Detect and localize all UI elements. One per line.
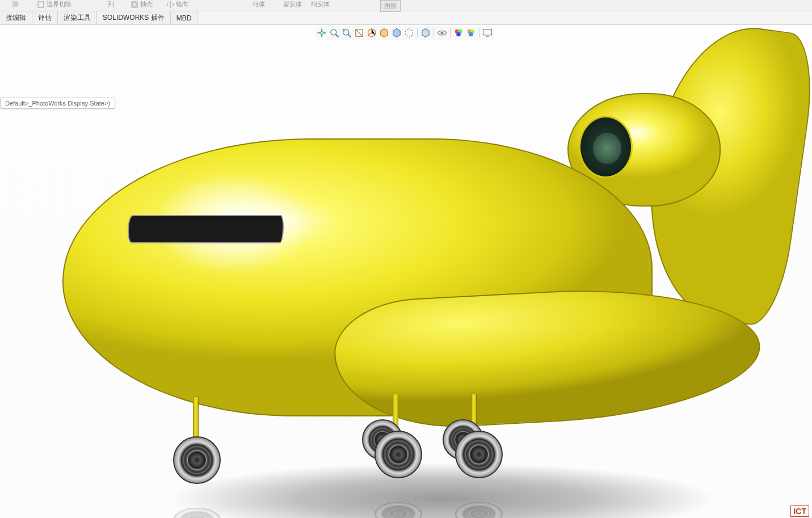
- ribbon-label: 边界切除: [47, 0, 71, 9]
- svg-rect-2: [133, 3, 136, 6]
- ribbon-keep-body[interactable]: 留实体: [283, 0, 302, 9]
- graphics-viewport[interactable]: [0, 25, 812, 518]
- boundary-cut-icon: [37, 1, 45, 9]
- toolbar-separator: [450, 28, 451, 37]
- ribbon-shell[interactable]: 抽壳: [131, 0, 153, 9]
- tab-solidworks-addins[interactable]: SOLIDWORKS 插件: [97, 11, 171, 24]
- model-airplane[interactable]: [34, 42, 800, 518]
- ribbon-graphics[interactable]: 图形: [380, 0, 401, 12]
- nose-wheel[interactable]: [173, 436, 221, 484]
- mirror-icon: [166, 1, 174, 9]
- ribbon-geometry[interactable]: 何体: [253, 0, 265, 9]
- tab-evaluate[interactable]: 评估: [32, 11, 58, 24]
- svg-point-3: [321, 32, 323, 35]
- previous-view-icon[interactable]: [341, 27, 352, 39]
- ribbon-label: 何体: [253, 0, 265, 9]
- view-settings-icon[interactable]: [436, 27, 448, 39]
- command-manager-tabs: 接编辑 评估 渲染工具 SOLIDWORKS 插件 MBD: [0, 11, 812, 25]
- ribbon-top-partial: 除 边界切除 列 抽壳 镜向 何体: [0, 0, 812, 11]
- svg-point-4: [331, 30, 336, 35]
- svg-rect-0: [38, 2, 44, 7]
- svg-point-14: [469, 32, 473, 37]
- ribbon-array[interactable]: 列: [108, 0, 114, 9]
- svg-rect-15: [483, 30, 492, 35]
- cockpit-window[interactable]: [127, 215, 284, 243]
- svg-point-11: [456, 32, 461, 37]
- svg-point-8: [441, 32, 444, 35]
- ribbon-make-body[interactable]: 制实体: [311, 0, 330, 9]
- main-wheel-front-1[interactable]: [375, 431, 422, 478]
- watermark-logo: ICT: [790, 506, 809, 517]
- render-color-icon[interactable]: [453, 27, 464, 39]
- ribbon-delete[interactable]: 除: [12, 0, 19, 9]
- ribbon-label: 图形: [384, 2, 397, 10]
- toolbar-separator: [479, 28, 479, 37]
- engine-fan[interactable]: [593, 133, 621, 164]
- apply-scene-icon[interactable]: [420, 27, 431, 39]
- render-color2-icon[interactable]: [465, 27, 477, 39]
- display-state-breadcrumb[interactable]: Default>_PhotoWorks Display State>): [0, 98, 115, 109]
- tab-render-tools[interactable]: 渲染工具: [58, 11, 97, 24]
- ribbon-label: 制实体: [311, 0, 330, 9]
- nose-gear-strut[interactable]: [193, 397, 199, 442]
- ribbon-label: 镜向: [176, 0, 188, 9]
- tab-direct-edit[interactable]: 接编辑: [0, 11, 32, 24]
- toolbar-separator: [434, 28, 434, 37]
- display-icon[interactable]: [482, 27, 493, 39]
- toolbar-separator: [417, 28, 418, 37]
- ribbon-mirror[interactable]: 镜向: [166, 0, 188, 9]
- view-orientation-icon[interactable]: [366, 27, 377, 39]
- ribbon-boundary-cut[interactable]: 边界切除: [37, 0, 71, 9]
- ribbon-label: 列: [108, 0, 114, 9]
- zoom-to-fit-icon[interactable]: [316, 27, 327, 39]
- edit-appearance-icon[interactable]: [403, 27, 415, 39]
- ribbon-label: 留实体: [283, 0, 302, 9]
- heads-up-view-toolbar: [315, 26, 494, 40]
- hide-show-icon[interactable]: [391, 27, 402, 39]
- shell-icon: [131, 1, 138, 9]
- section-view-icon[interactable]: [354, 27, 365, 39]
- tab-mbd[interactable]: MBD: [171, 11, 198, 24]
- ribbon-label: 抽壳: [140, 0, 153, 9]
- display-style-icon[interactable]: [378, 27, 390, 39]
- zoom-to-area-icon[interactable]: [329, 27, 340, 39]
- ribbon-label: 除: [12, 0, 19, 9]
- main-wheel-front-2[interactable]: [455, 431, 503, 478]
